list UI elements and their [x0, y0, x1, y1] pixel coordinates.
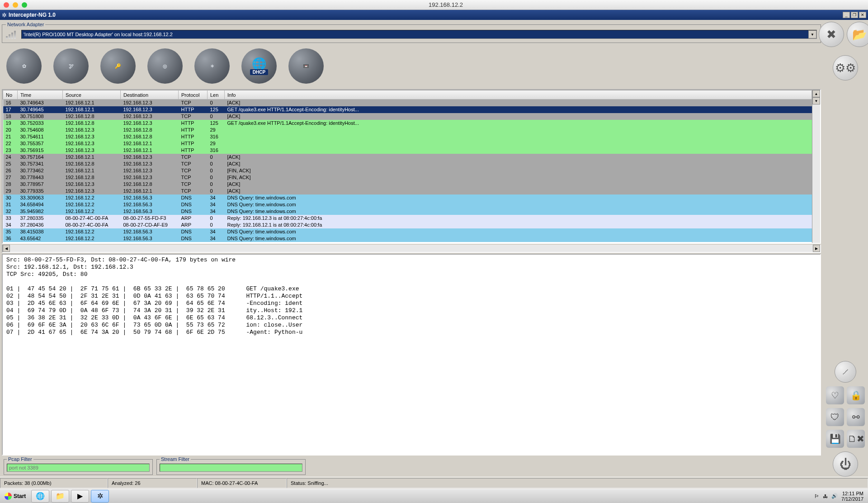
mac-titlebar: 192.168.12.2 — [0, 0, 868, 10]
mode-mitm-button[interactable]: ✶ — [193, 47, 231, 85]
status-mac: MAC: 08-00-27-4C-00-FA — [197, 478, 287, 488]
scroll-down-icon[interactable]: ▼ — [812, 97, 820, 104]
table-row[interactable]: 2030.754608192.168.12.3192.168.12.8HTTP2… — [3, 127, 812, 133]
status-sniffing: Status: Sniffing... — [287, 478, 868, 488]
open-button[interactable]: 📂 — [847, 22, 868, 47]
heartbleed-icon[interactable]: ♡ — [826, 386, 844, 404]
mode-raw-button[interactable]: 📼 — [287, 47, 326, 85]
table-row[interactable]: 2430.757164192.168.12.1192.168.12.3TCP0[… — [3, 154, 812, 161]
mode-toolbar: ✿ 🕊 🔑 ◎ ✶ 🌐DHCP 📼 — [2, 44, 821, 88]
mac-window-title: 192.168.12.2 — [27, 1, 864, 8]
close-button[interactable]: ✕ — [859, 12, 866, 18]
table-row[interactable]: 3033.309063192.168.12.2192.168.56.3DNS34… — [3, 195, 812, 201]
table-row[interactable]: 3337.28033508-00-27-4C-00-FA08-00-27-55-… — [3, 215, 812, 222]
stream-filter-input[interactable] — [160, 464, 302, 472]
mode-scan-button[interactable]: ◎ — [146, 47, 184, 85]
table-row[interactable]: 2130.754611192.168.12.3192.168.12.8HTTP3… — [3, 133, 812, 140]
tray-clock[interactable]: 12:11 PM 7/12/2017 — [841, 491, 863, 502]
tray-date: 7/12/2017 — [841, 496, 863, 502]
table-row[interactable]: 3538.415038192.168.12.2192.168.56.3DNS34… — [3, 228, 812, 235]
scroll-left-icon[interactable]: ◀ — [3, 245, 10, 252]
status-packets: Packets: 38 (0.00Mb) — [0, 478, 108, 488]
adapter-select[interactable]: 'Intel(R) PRO/1000 MT Desktop Adapter' o… — [21, 30, 817, 39]
table-row[interactable]: 2930.779335192.168.12.3192.168.12.1TCP0[… — [3, 188, 812, 195]
tray-volume-icon[interactable]: 🔊 — [831, 493, 838, 499]
pcap-filter-legend: Pcap Filter — [7, 456, 33, 462]
table-row[interactable]: 3235.945982192.168.12.2192.168.56.3DNS34… — [3, 208, 812, 215]
column-header[interactable]: Info — [225, 90, 812, 100]
packet-table-container: NoTimeSourceDestinationProtocolLenInfo 1… — [2, 89, 821, 244]
table-row[interactable]: 2230.755357192.168.12.3192.168.12.1HTTP2… — [3, 140, 812, 147]
scroll-right-icon[interactable]: ▶ — [813, 245, 820, 252]
status-bar: Packets: 38 (0.00Mb) Analyzed: 26 MAC: 0… — [0, 477, 868, 489]
column-header[interactable]: Source — [63, 90, 121, 100]
stream-filter-legend: Stream Filter — [160, 456, 191, 462]
adapter-value: 'Intel(R) PRO/1000 MT Desktop Adapter' o… — [24, 32, 173, 37]
windows-taskbar: Start 🌐 📁 ▶ ✲ 🏳 🖧 🔊 12:11 PM 7/12/2017 — [0, 489, 868, 503]
taskbar-media-button[interactable]: ▶ — [71, 490, 89, 503]
stream-filter-group: Stream Filter — [156, 456, 306, 475]
table-row[interactable]: 1730.749645192.168.12.1192.168.12.3HTTP1… — [3, 106, 812, 113]
table-row[interactable]: 2730.778443192.168.12.8192.168.12.3TCP0[… — [3, 174, 812, 181]
column-header[interactable]: No — [3, 90, 18, 100]
tray-network-icon[interactable]: 🖧 — [823, 494, 828, 499]
app-title: Intercepter-NG 1.0 — [9, 12, 843, 18]
column-header[interactable]: Destination — [121, 90, 179, 100]
app-titlebar: ✲ Intercepter-NG 1.0 _ ❐ ✕ — [0, 10, 868, 20]
network-adapter-legend: Network Adapter — [6, 22, 45, 27]
taskbar-explorer-button[interactable]: 📁 — [51, 490, 69, 503]
tray-flag-icon[interactable]: 🏳 — [814, 494, 819, 499]
save-icon[interactable]: 💾 — [826, 430, 844, 448]
vertical-scrollbar[interactable]: ▲ ▼ — [812, 90, 820, 243]
mode-resurrection-button[interactable]: 🕊 — [52, 47, 90, 85]
lock-icon[interactable]: 🔒 — [847, 386, 865, 404]
minimize-button[interactable]: _ — [843, 12, 850, 18]
packet-table[interactable]: NoTimeSourceDestinationProtocolLenInfo 1… — [3, 90, 812, 242]
column-header[interactable]: Len — [208, 90, 225, 100]
packet-detail-pane[interactable]: Src: 08-00-27-55-FD-F3, Dst: 08-00-27-4C… — [2, 254, 821, 456]
mode-dhcp-button[interactable]: 🌐DHCP — [240, 47, 278, 85]
windows-logo-icon — [5, 493, 12, 500]
side-toolbar: ✖ 📂 ⚙⚙ ⟋ ♡ 🔒 🛡 ⚯ 💾 🗋✖ ⏻ — [823, 20, 868, 477]
column-header[interactable]: Time — [18, 90, 63, 100]
scroll-up-icon[interactable]: ▲ — [812, 90, 820, 97]
mac-close-button[interactable] — [4, 2, 9, 8]
delete-file-icon[interactable]: 🗋✖ — [847, 430, 865, 448]
taskbar-app-button[interactable]: ✲ — [91, 490, 109, 503]
stop-button[interactable]: ✖ — [819, 22, 844, 47]
power-button[interactable]: ⏻ — [833, 451, 858, 477]
mode-passwords-button[interactable]: 🔑 — [99, 47, 137, 85]
table-row[interactable]: 3134.658494192.168.12.2192.168.56.3DNS34… — [3, 201, 812, 208]
restore-button[interactable]: ❐ — [851, 12, 858, 18]
table-row[interactable]: 1630.749643192.168.12.1192.168.12.3TCP0[… — [3, 100, 812, 106]
tray-time: 12:11 PM — [841, 491, 863, 496]
taskbar-ie-button[interactable]: 🌐 — [31, 490, 49, 503]
mode-messengers-button[interactable]: ✿ — [5, 47, 43, 85]
table-row[interactable]: 1930.752033192.168.12.8192.168.12.3HTTP1… — [3, 120, 812, 127]
mac-maximize-button[interactable] — [22, 2, 27, 8]
pcap-filter-group: Pcap Filter — [4, 456, 153, 475]
chain-icon[interactable]: ⚯ — [847, 408, 865, 426]
mac-minimize-button[interactable] — [13, 2, 18, 8]
connection-icon[interactable]: ⟋ — [835, 361, 856, 383]
table-row[interactable]: 1830.751808192.168.12.8192.168.12.3TCP0[… — [3, 113, 812, 120]
status-analyzed: Analyzed: 26 — [108, 478, 197, 488]
signal-icon — [6, 30, 19, 39]
dropdown-arrow-icon[interactable]: ▼ — [808, 30, 816, 38]
table-row[interactable]: 2530.757341192.168.12.8192.168.12.3TCP0[… — [3, 161, 812, 167]
table-row[interactable]: 2630.773462192.168.12.1192.168.12.3TCP0[… — [3, 167, 812, 174]
table-row[interactable]: 2330.756915192.168.12.3192.168.12.1HTTP3… — [3, 147, 812, 154]
start-button[interactable]: Start — [0, 491, 30, 502]
system-tray: 🏳 🖧 🔊 12:11 PM 7/12/2017 — [810, 491, 868, 502]
table-row[interactable]: 3643.65642192.168.12.2192.168.56.3DNS34D… — [3, 235, 812, 242]
column-header[interactable]: Protocol — [179, 90, 208, 100]
table-row[interactable]: 2830.778957192.168.12.3192.168.12.8TCP0[… — [3, 181, 812, 188]
pcap-filter-input[interactable] — [7, 464, 150, 472]
network-adapter-group: Network Adapter 'Intel(R) PRO/1000 MT De… — [2, 22, 821, 43]
table-row[interactable]: 3437.28043608-00-27-4C-00-FA08-00-27-CD-… — [3, 222, 812, 228]
horizontal-scrollbar[interactable]: ◀ ▶ — [2, 245, 821, 253]
shield-icon[interactable]: 🛡 — [826, 408, 844, 426]
start-label: Start — [14, 493, 26, 499]
app-icon: ✲ — [2, 12, 7, 19]
settings-button[interactable]: ⚙⚙ — [833, 55, 858, 81]
